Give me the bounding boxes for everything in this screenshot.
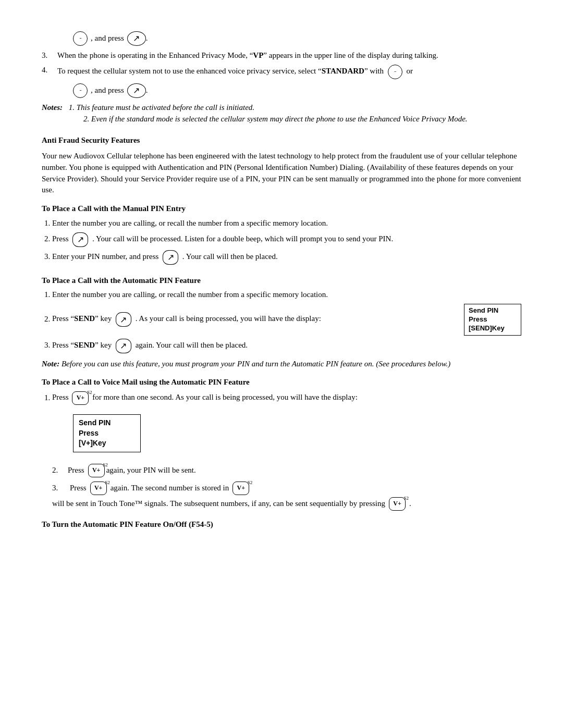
auto-pin-list: Enter the number you are calling, or rec… [52, 289, 521, 353]
vm-step2-num: 2. [52, 465, 68, 476]
vplus-sup-1: S2 [87, 389, 92, 396]
voice-mail-step2: 2. Press V+ S2 again, your PIN will be s… [52, 464, 521, 477]
intro-row1-end: . [146, 33, 148, 44]
auto-pin-step2-row: Press “SEND” key ↗ . As your call is bei… [52, 304, 521, 336]
vm-step2-pre: Press [68, 465, 84, 476]
vplus-sup-5: S2 [404, 495, 409, 502]
vplus-label-2: V+ [92, 466, 101, 475]
step3-num: 3. [42, 50, 57, 61]
vplus-sup-3: S2 [105, 479, 110, 486]
send-button-6: ↗ [116, 339, 131, 353]
display2-line3: [V+]Key [79, 438, 135, 449]
anti-fraud-heading: Anti Fraud Security Features [42, 135, 521, 146]
auto-pin-step3-post: again. Your call will then be placed. [136, 341, 248, 349]
notes-label: Notes: [42, 103, 63, 112]
send-button-1: ↗ [127, 31, 146, 46]
auto-pin-note-label: Note: [42, 360, 59, 368]
send-arrow-4: ↗ [167, 251, 174, 263]
auto-pin-onoff-heading: To Turn the Automatic PIN Feature On/Off… [42, 519, 521, 530]
auto-pin-step2-post: . As your call is being processed, you w… [136, 315, 321, 323]
menu-button-3: ··· [73, 83, 88, 98]
auto-pin-step3: Press “SEND” key ↗ again. Your call will… [52, 339, 521, 353]
intro-and-press-2: , and press [91, 85, 124, 96]
step3-row: 3. When the phone is operating in the En… [42, 50, 521, 61]
manual-pin-step3-post: . Your call will then be placed. [182, 252, 278, 261]
send-arrow-6: ↗ [120, 340, 127, 352]
page: ··· , and press ↗ . 3. When the phone is… [42, 31, 521, 530]
step4-num: 4. [42, 65, 57, 76]
vm-step3-num: 3. [52, 483, 68, 494]
vplus-sup-2: S2 [103, 462, 108, 468]
intro-row2-end: . [146, 85, 148, 96]
intro-row2: ··· , and press ↗ . [73, 83, 521, 98]
manual-pin-step3-pre: Enter your PIN number, and press [52, 252, 158, 261]
auto-pin-note-text: Before you can use this feature, you mus… [62, 360, 450, 368]
note2-text: 2. Even if the standard mode is selected… [83, 114, 521, 125]
send-arrow-5: ↗ [120, 314, 127, 326]
auto-pin-step2-text: Press “SEND” key ↗ . As your call is bei… [52, 312, 321, 327]
note-row1: Notes: 1. This feature must be activated… [42, 102, 521, 114]
display1-line2: Press [469, 315, 517, 324]
auto-pin-step1: Enter the number you are calling, or rec… [52, 289, 521, 301]
auto-pin-step2: Press “SEND” key ↗ . As your call is bei… [52, 304, 521, 336]
step4-content: To request the cellular system not to us… [57, 65, 521, 79]
intro-row1: ··· , and press ↗ . [73, 31, 521, 46]
anti-fraud-body: Your new Audiovox Cellular telephone has… [42, 151, 521, 196]
send-arrow-3: ↗ [77, 233, 84, 245]
vplus-sup-4: S2 [248, 479, 253, 486]
voice-mail-step1: Press V+ S2 for more than one second. As… [52, 391, 521, 405]
vm-step3-end: . [409, 498, 411, 510]
manual-pin-step3: Enter your PIN number, and press ↗ . You… [52, 250, 521, 265]
manual-pin-step2: Press ↗ . Your call will be processed. L… [52, 232, 521, 247]
display-box-1: Send PIN Press [SEND]Key [464, 304, 521, 336]
auto-pin-step3-text: Press “SEND” key [52, 341, 112, 349]
display1-line3: [SEND]Key [469, 324, 517, 333]
auto-pin-heading: To Place a Call with the Automatic PIN F… [42, 275, 521, 287]
vplus-button-5: V+ S2 [389, 497, 406, 511]
vplus-button-4: V+ S2 [232, 482, 249, 495]
auto-pin-step2-pre: Press “SEND” key [52, 315, 112, 323]
display-box-2: Send PIN Press [V+]Key [73, 414, 141, 452]
step3-content: When the phone is operating in the Enhan… [57, 50, 521, 61]
display2-line1: Send PIN [79, 418, 135, 428]
step4-text: To request the cellular system not to us… [57, 67, 384, 75]
voice-mail-list: Press V+ S2 for more than one second. As… [52, 391, 521, 405]
vm-step3-mid: again. The second number is stored in [111, 483, 229, 494]
vplus-button-3: V+ S2 [90, 482, 107, 495]
vm-step3-mid2: will be sent in Touch Tone™ signals. The… [52, 498, 385, 510]
vplus-button-1: V+ S2 [72, 391, 89, 405]
notes-block: Notes: 1. This feature must be activated… [42, 102, 521, 125]
auto-pin-note: Note: Before you can use this feature, y… [42, 359, 521, 370]
manual-pin-step2-pre: Press [52, 235, 69, 243]
send-button-5: ↗ [116, 312, 131, 327]
voice-mail-list-2: 2. Press V+ S2 again, your PIN will be s… [42, 464, 521, 511]
display1-line1: Send PIN [469, 306, 517, 315]
vm-step2-post: again, your PIN will be sent. [106, 465, 196, 476]
vm-step3-pre: Press [70, 483, 87, 494]
voice-mail-heading: To Place a Call to Voice Mail using the … [42, 377, 521, 388]
note1-text: 1. This feature must be activated before… [69, 103, 254, 112]
step4-row: 4. To request the cellular system not to… [42, 65, 521, 79]
menu-button-1: ··· [73, 31, 88, 46]
voice-mail-step1-post: for more than one second. As your call i… [92, 393, 358, 402]
send-button-2: ↗ [127, 83, 146, 98]
menu-button-2: ··· [388, 65, 402, 79]
voice-mail-step3: 3. Press V+ S2 again. The second number … [52, 482, 521, 511]
vplus-label-3: V+ [94, 484, 103, 492]
manual-pin-step1: Enter the number you are calling, or rec… [52, 218, 521, 229]
send-button-4: ↗ [163, 250, 178, 265]
manual-pin-step2-post: . Your call will be processed. Listen fo… [92, 235, 393, 243]
display2-line2: Press [79, 428, 135, 439]
voice-mail-step1-pre: Press [52, 393, 69, 402]
manual-pin-list: Enter the number you are calling, or rec… [52, 218, 521, 265]
vplus-label-1: V+ [77, 393, 85, 402]
vplus-button-2: V+ S2 [88, 464, 105, 477]
send-arrow-1: ↗ [133, 32, 140, 44]
step3-text: When the phone is operating in the Enhan… [57, 51, 438, 59]
step4-or: or [406, 67, 413, 75]
manual-pin-heading: To Place a Call with the Manual PIN Entr… [42, 203, 521, 215]
intro-and-press-1: , and press [91, 33, 124, 44]
vplus-label-5: V+ [393, 499, 401, 508]
send-button-3: ↗ [72, 232, 88, 247]
vplus-label-4: V+ [237, 484, 246, 492]
